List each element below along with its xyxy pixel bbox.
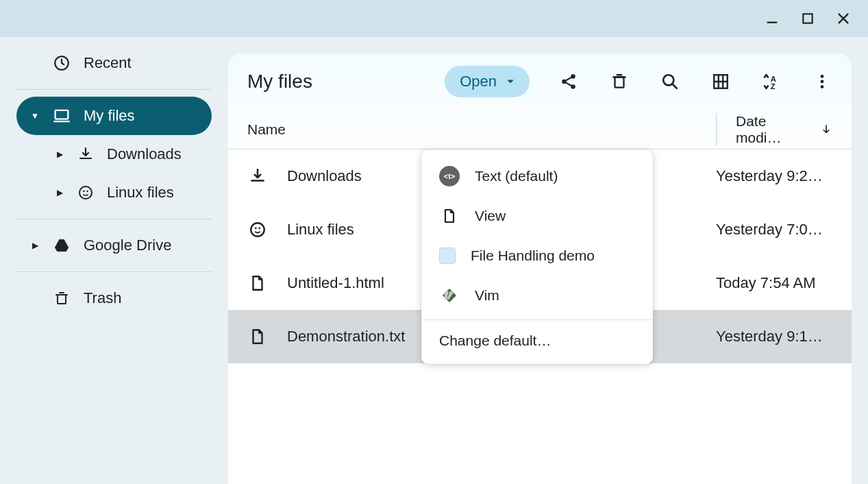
- menu-item-view[interactable]: View: [421, 196, 653, 236]
- chevron-right-icon: ▶: [30, 241, 40, 250]
- window-titlebar: [0, 0, 868, 37]
- file-icon: [439, 206, 460, 226]
- menu-item-label: File Handling demo: [471, 247, 595, 264]
- main-header: My files Open AZ: [228, 53, 852, 110]
- penguin-icon: [77, 183, 95, 202]
- sidebar-item-trash[interactable]: Trash: [16, 279, 212, 317]
- open-button-label: Open: [460, 73, 497, 90]
- menu-item-label: Vim: [475, 287, 499, 304]
- file-name: Linux files: [287, 221, 354, 239]
- download-icon: [77, 145, 95, 164]
- file-date: Yesterday 9:2…: [716, 167, 832, 185]
- close-button[interactable]: [827, 2, 860, 35]
- sidebar-item-linux-files[interactable]: ▶ Linux files: [16, 173, 212, 212]
- share-icon[interactable]: [558, 71, 579, 92]
- delete-icon[interactable]: [609, 71, 630, 92]
- sidebar-item-label: Linux files: [107, 184, 174, 202]
- grid-view-icon[interactable]: [710, 71, 731, 92]
- svg-point-22: [258, 227, 260, 229]
- drive-icon: [52, 236, 71, 255]
- sidebar-item-label: My files: [84, 107, 135, 125]
- file-date: Yesterday 7:0…: [716, 221, 832, 239]
- file-icon: [247, 273, 268, 293]
- text-app-icon: <t>: [439, 166, 460, 186]
- sidebar-item-label: Downloads: [107, 145, 182, 163]
- page-title: My files: [247, 71, 312, 93]
- svg-point-21: [255, 227, 257, 229]
- svg-point-11: [571, 84, 575, 88]
- menu-item-vim[interactable]: Vim: [421, 276, 653, 315]
- chevron-down-icon: [506, 77, 514, 86]
- vim-icon: [439, 285, 460, 306]
- open-button[interactable]: Open: [445, 66, 530, 97]
- sidebar-item-label: Google Drive: [84, 237, 171, 254]
- svg-rect-8: [58, 295, 66, 304]
- file-icon: [247, 326, 268, 347]
- svg-point-6: [83, 191, 85, 193]
- file-date: Yesterday 9:1…: [716, 328, 832, 346]
- svg-point-7: [86, 191, 88, 193]
- trash-icon: [52, 289, 71, 308]
- menu-item-file-handling-demo[interactable]: File Handling demo: [421, 236, 653, 276]
- sidebar-item-recent[interactable]: Recent: [16, 44, 212, 82]
- open-with-menu: <t> Text (default) View File Handling de…: [421, 149, 653, 364]
- sidebar-item-downloads[interactable]: ▶ Downloads: [16, 135, 212, 173]
- sidebar-item-google-drive[interactable]: ▶ Google Drive: [16, 226, 212, 265]
- maximize-button[interactable]: [791, 2, 824, 35]
- column-name[interactable]: Name: [247, 121, 459, 138]
- more-icon[interactable]: [812, 71, 832, 92]
- sidebar-item-label: Trash: [84, 289, 121, 307]
- chevron-right-icon: ▶: [55, 149, 64, 159]
- svg-rect-12: [615, 77, 624, 88]
- clock-icon: [52, 53, 71, 73]
- chevron-right-icon: ▶: [55, 188, 64, 197]
- svg-point-19: [821, 85, 824, 88]
- sort-icon[interactable]: AZ: [761, 71, 782, 92]
- svg-point-10: [562, 80, 567, 84]
- menu-item-label: Change default…: [439, 332, 551, 348]
- app-icon: [439, 247, 456, 264]
- svg-point-9: [571, 74, 575, 79]
- menu-item-change-default[interactable]: Change default…: [421, 324, 653, 357]
- chevron-down-icon: ▼: [30, 111, 40, 121]
- svg-point-18: [821, 80, 824, 84]
- penguin-icon: [247, 219, 268, 240]
- file-name: Untitled-1.html: [287, 274, 384, 292]
- svg-point-17: [821, 75, 824, 78]
- file-name: Downloads: [287, 167, 362, 185]
- sidebar-item-label: Recent: [84, 54, 132, 72]
- minimize-button[interactable]: [756, 2, 789, 35]
- svg-text:A: A: [771, 75, 776, 83]
- svg-rect-4: [53, 121, 69, 122]
- menu-item-text-default[interactable]: <t> Text (default): [421, 156, 653, 196]
- sidebar-item-my-files[interactable]: ▼ My files: [16, 97, 212, 135]
- search-icon[interactable]: [660, 71, 680, 92]
- column-header: Name Date modi…: [228, 110, 852, 149]
- column-date[interactable]: Date modi…: [716, 113, 832, 146]
- menu-divider: [421, 319, 653, 320]
- download-icon: [247, 166, 268, 186]
- svg-rect-1: [803, 14, 812, 23]
- file-date: Today 7:54 AM: [716, 274, 832, 292]
- svg-rect-0: [767, 22, 778, 23]
- svg-point-5: [79, 186, 92, 199]
- file-name: Demonstration.txt: [287, 328, 405, 346]
- arrow-down-icon: [820, 123, 832, 136]
- svg-rect-3: [55, 110, 69, 119]
- svg-point-20: [251, 223, 264, 237]
- sidebar: Recent ▼ My files ▶ Downloads ▶: [0, 37, 228, 484]
- menu-item-label: View: [475, 208, 506, 224]
- menu-item-label: Text (default): [475, 168, 558, 184]
- svg-text:Z: Z: [771, 82, 776, 90]
- laptop-icon: [52, 106, 71, 125]
